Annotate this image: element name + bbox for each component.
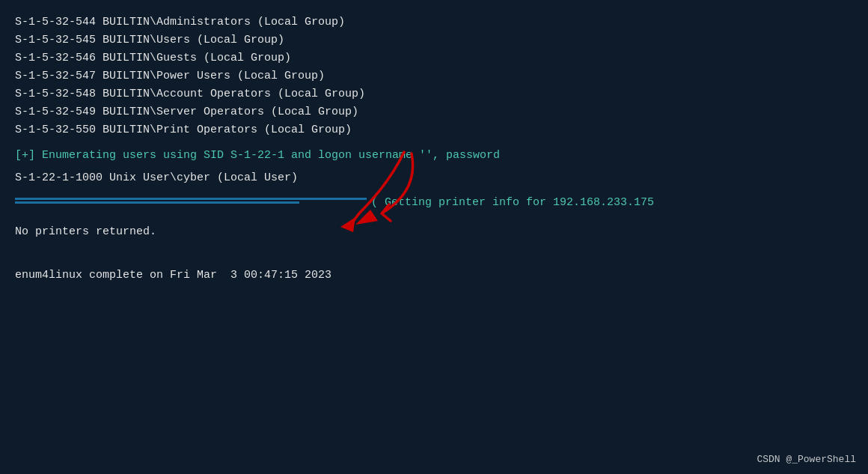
spacer-3 [15, 241, 853, 252]
printer-info-text: ( Getting printer info for 192.168.233.1… [371, 196, 654, 209]
sid-line-2: S-1-5-32-545 BUILTIN\Users (Local Group) [15, 31, 853, 49]
unix-user-line: S-1-22-1-1000 Unix User\cyber (Local Use… [15, 169, 853, 187]
progress-bar-bottom [15, 201, 299, 204]
terminal-window: S-1-5-32-544 BUILTIN\Administrators (Loc… [0, 0, 868, 474]
sid-line-3: S-1-5-32-546 BUILTIN\Guests (Local Group… [15, 49, 853, 67]
sid-line-7: S-1-5-32-550 BUILTIN\Print Operators (Lo… [15, 121, 853, 139]
progress-bar-top [15, 198, 367, 200]
watermark: CSDN @_PowerShell [757, 454, 856, 465]
sid-line-1: S-1-5-32-544 BUILTIN\Administrators (Loc… [15, 13, 853, 31]
enum-complete-line: enum4linux complete on Fri Mar 3 00:47:1… [15, 267, 853, 285]
no-printers-line: No printers returned. [15, 223, 853, 241]
sid-line-6: S-1-5-32-549 BUILTIN\Server Operators (L… [15, 103, 853, 121]
sid-line-5: S-1-5-32-548 BUILTIN\Account Operators (… [15, 85, 853, 103]
enum-line: [+] Enumerating users using SID S-1-22-1… [15, 147, 853, 165]
progress-area: ( Getting printer info for 192.168.233.1… [15, 198, 853, 204]
sid-line-4: S-1-5-32-547 BUILTIN\Power Users (Local … [15, 67, 853, 85]
spacer-1 [15, 139, 853, 147]
